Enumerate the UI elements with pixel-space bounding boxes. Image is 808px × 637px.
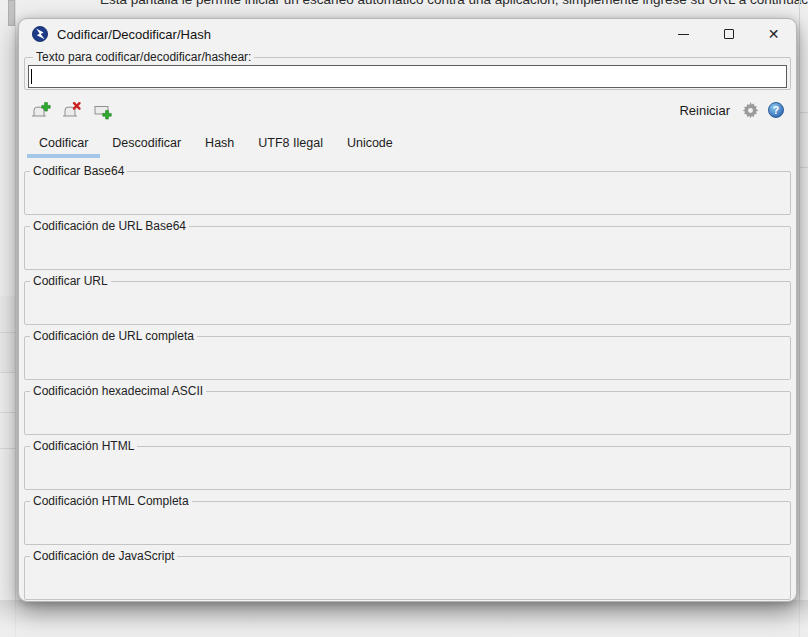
background-row-line bbox=[0, 448, 16, 449]
encode-output-area[interactable] bbox=[25, 453, 790, 489]
zap-logo-icon bbox=[32, 26, 48, 42]
background-row-line bbox=[0, 372, 16, 373]
background-row-line bbox=[799, 112, 808, 113]
help-icon[interactable]: ? bbox=[768, 102, 784, 118]
dialog-toolbar: Reiniciar ? bbox=[31, 97, 784, 123]
close-icon[interactable]: ✕ bbox=[751, 19, 796, 49]
section-base64: Codificar Base64 bbox=[24, 164, 791, 215]
encode-output-area[interactable] bbox=[25, 343, 790, 379]
tab-codificar[interactable]: Codificar bbox=[27, 132, 100, 158]
encode-decode-hash-dialog: Codificar/Decodificar/Hash ✕ Texto para … bbox=[18, 18, 797, 602]
section-hex-ascii: Codificación hexadecimal ASCII bbox=[24, 384, 791, 435]
encode-text-input[interactable] bbox=[28, 65, 787, 88]
add-output-panel-icon[interactable] bbox=[93, 101, 113, 120]
background-left-divider bbox=[15, 0, 16, 637]
input-text-group: Texto para codificar/decodificar/hashear… bbox=[24, 50, 791, 90]
dialog-drop-shadow bbox=[0, 600, 808, 637]
dialog-titlebar[interactable]: Codificar/Decodificar/Hash ✕ bbox=[19, 19, 796, 49]
section-html-completa: Codificación HTML Completa bbox=[24, 494, 791, 545]
background-row-line bbox=[0, 332, 16, 333]
options-gear-icon[interactable] bbox=[742, 102, 759, 119]
tab-unicode[interactable]: Unicode bbox=[335, 132, 405, 158]
minimize-icon[interactable] bbox=[661, 19, 706, 49]
encode-output-area[interactable] bbox=[25, 178, 790, 214]
tab-hash[interactable]: Hash bbox=[193, 132, 246, 158]
encode-output-area[interactable] bbox=[25, 233, 790, 269]
window-controls: ✕ bbox=[661, 19, 796, 49]
section-url: Codificar URL bbox=[24, 274, 791, 325]
section-html: Codificación HTML bbox=[24, 439, 791, 490]
encode-output-area[interactable] bbox=[25, 508, 790, 544]
dialog-content: Texto para codificar/decodificar/hashear… bbox=[19, 49, 796, 601]
background-panel-fragment bbox=[0, 296, 15, 372]
encode-sections: Codificar Base64 Codificación de URL Bas… bbox=[24, 164, 791, 604]
section-javascript: Codificación de JavaScript bbox=[24, 549, 791, 600]
reset-button[interactable]: Reiniciar bbox=[673, 101, 736, 120]
section-url-completa: Codificación de URL completa bbox=[24, 329, 791, 380]
toolbar-right-group: Reiniciar ? bbox=[673, 101, 784, 120]
encode-output-area[interactable] bbox=[25, 288, 790, 324]
tab-bar: Codificar Descodificar Hash UTF8 Ilegal … bbox=[27, 132, 796, 158]
background-row-line bbox=[799, 167, 808, 168]
encode-output-area[interactable] bbox=[25, 398, 790, 434]
background-row-line bbox=[0, 412, 16, 413]
background-clipped-text: Esta pantalla le permite iniciar un esca… bbox=[100, 0, 808, 7]
tab-utf8-ilegal[interactable]: UTF8 Ilegal bbox=[246, 132, 335, 158]
add-tab-icon[interactable] bbox=[31, 101, 51, 120]
background-scrollbar-thumb[interactable] bbox=[8, 0, 15, 26]
section-url-base64: Codificación de URL Base64 bbox=[24, 219, 791, 270]
text-caret bbox=[31, 69, 32, 84]
input-text-label: Texto para codificar/decodificar/hashear… bbox=[33, 50, 254, 64]
delete-tab-icon[interactable] bbox=[62, 101, 82, 120]
tab-descodificar[interactable]: Descodificar bbox=[100, 132, 193, 158]
maximize-icon[interactable] bbox=[706, 19, 751, 49]
background-right-divider bbox=[799, 0, 800, 637]
encode-output-area[interactable] bbox=[25, 563, 790, 599]
dialog-title: Codificar/Decodificar/Hash bbox=[57, 27, 211, 42]
